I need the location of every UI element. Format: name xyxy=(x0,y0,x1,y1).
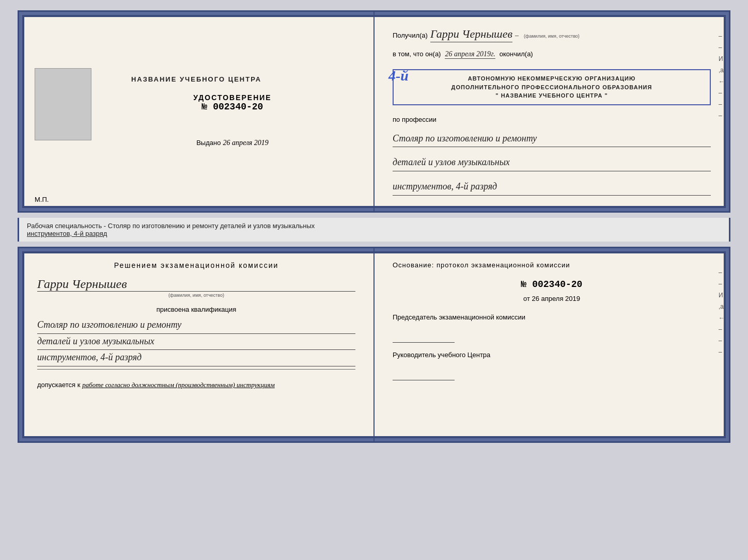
po-professii: по профессии xyxy=(393,116,711,123)
qualification-line3: инструментов, 4-й разряд xyxy=(37,350,355,366)
prisvoena-text: присвоена квалификация xyxy=(37,306,355,313)
stamp-line2: ДОПОЛНИТЕЛЬНОГО ПРОФЕССИОНАЛЬНОГО ОБРАЗО… xyxy=(400,83,704,92)
mp-label: М.П. xyxy=(35,196,49,203)
stamp-line1: АВТОНОМНУЮ НЕКОММЕРЧЕСКУЮ ОРГАНИЗАЦИЮ xyxy=(400,74,704,83)
diploma-bottom-right: Основание: протокол экзаменационной коми… xyxy=(375,248,729,441)
rukovoditel-label: Руководитель учебного Центра xyxy=(393,350,711,360)
recipient-name-top: Гарри Чернышев xyxy=(430,27,512,42)
fio-note-bottom: (фамилия, имя, отчество) xyxy=(37,293,355,298)
ot-date-value: 26 апреля 2019 xyxy=(532,295,581,302)
center-title-top: НАЗВАНИЕ УЧЕБНОГО ЦЕНТРА xyxy=(131,75,261,83)
qualification-line1: Столяр по изготовлению и ремонту xyxy=(37,317,355,334)
profession-line3: инструментов, 4-й разряд xyxy=(393,179,711,196)
diploma-bottom-left: Решением экзаменационной комиссии Гарри … xyxy=(19,248,375,441)
ot-date: от 26 апреля 2019 xyxy=(393,295,711,302)
poluchil-text: Получил(а) xyxy=(393,31,428,39)
vertical-deco: – – И ,а ← – – – xyxy=(719,33,725,119)
udostoverenie-label: УДОСТОВЕРЕНИЕ xyxy=(193,93,271,102)
poluchil-line: Получил(а) Гарри Чернышев – (фамилия, им… xyxy=(393,27,711,42)
qualification-line2: деталей и узлов музыкальных xyxy=(37,334,355,350)
rukovoditel-block: Руководитель учебного Центра xyxy=(393,350,711,380)
osnovanie-title: Основание: протокол экзаменационной коми… xyxy=(393,261,711,269)
vtom-text: в том, что он(а) xyxy=(393,50,441,58)
recipient-name-bottom: Гарри Чернышев xyxy=(37,277,355,292)
dopuskaetsya-block: допускается к работе согласно должностны… xyxy=(37,380,355,389)
stamp-area: 4-й АВТОНОМНУЮ НЕКОММЕРЧЕСКУЮ ОРГАНИЗАЦИ… xyxy=(393,69,711,105)
diploma-right: Получил(а) Гарри Чернышев – (фамилия, им… xyxy=(375,12,729,211)
dopuskaetsya-value: работе согласно должностным (производств… xyxy=(82,381,274,389)
stamp-line3: " НАЗВАНИЕ УЧЕБНОГО ЦЕНТРА " xyxy=(400,91,704,100)
diploma-left: НАЗВАНИЕ УЧЕБНОГО ЦЕНТРА УДОСТОВЕРЕНИЕ №… xyxy=(19,12,375,211)
vydano-label: Выдано xyxy=(196,139,221,147)
diploma-top: НАЗВАНИЕ УЧЕБНОГО ЦЕНТРА УДОСТОВЕРЕНИЕ №… xyxy=(18,10,730,213)
specialty-text-underlined: инструментов, 4-й разряд xyxy=(27,230,107,237)
predsedatel-label: Председатель экзаменационной комиссии xyxy=(393,313,711,322)
udostoverenie-block: УДОСТОВЕРЕНИЕ № 002340-20 xyxy=(193,93,271,112)
vydano-block: Выдано 26 апреля 2019 xyxy=(196,138,269,147)
protocol-number: № 002340-20 xyxy=(393,279,711,290)
vydano-date: 26 апреля 2019 xyxy=(223,139,268,147)
vtom-line: в том, что он(а) 26 апреля 2019г. окончи… xyxy=(393,50,711,59)
okoncil-text: окончил(а) xyxy=(500,50,533,58)
dopuskaetsya-label: допускается к xyxy=(37,381,80,389)
vertical-deco-bottom: – – И ,а ← – – – xyxy=(719,269,725,356)
diploma-bottom: Решением экзаменационной комиссии Гарри … xyxy=(18,247,730,443)
udostoverenie-number: № 002340-20 xyxy=(193,102,271,112)
resheniem-title: Решением экзаменационной комиссии xyxy=(37,261,355,269)
separator xyxy=(37,369,355,370)
vtom-date: 26 апреля 2019г. xyxy=(445,50,495,59)
predsedatel-block: Председатель экзаменационной комиссии xyxy=(393,313,711,343)
profession-line2: деталей и узлов музыкальных xyxy=(393,155,711,171)
photo-placeholder xyxy=(35,68,91,140)
specialty-bar: Рабочая специальность - Столяр по изгото… xyxy=(18,218,730,242)
fio-note-top: (фамилия, имя, отчество) xyxy=(524,34,580,39)
predsedatel-signature-line xyxy=(393,332,455,343)
specialty-text-prefix: Рабочая специальность - Столяр по изгото… xyxy=(27,222,315,230)
profession-line1: Столяр по изготовлению и ремонту xyxy=(393,131,711,148)
rukovoditel-signature-line xyxy=(393,370,455,380)
ot-prefix: от xyxy=(523,295,530,302)
